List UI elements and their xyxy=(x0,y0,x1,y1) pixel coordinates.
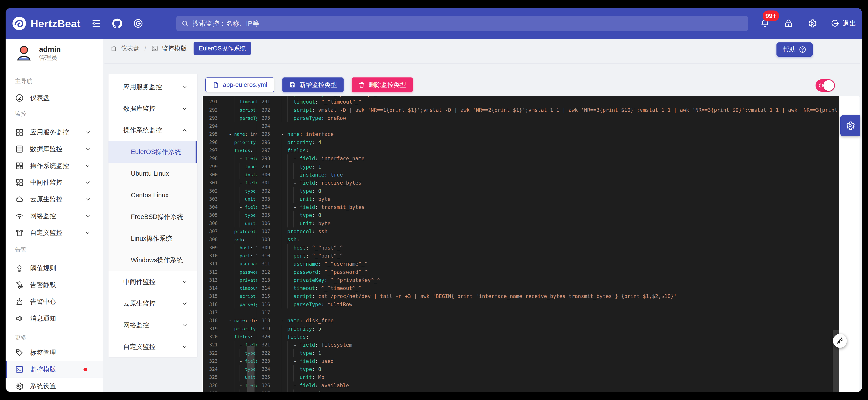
search-input[interactable] xyxy=(192,20,743,27)
tree-item-操作系统监控[interactable]: 操作系统监控 xyxy=(108,119,197,141)
chevdown-icon xyxy=(181,279,188,285)
tree-item-云原生监控[interactable]: 云原生监控 xyxy=(108,293,197,314)
code-line[interactable]: 304 - field: transmit_bytes304 - field: … xyxy=(203,203,839,211)
help-button[interactable]: 帮助 xyxy=(776,42,813,57)
sidebar-item-云原生监控[interactable]: 云原生监控 xyxy=(6,191,103,208)
main-content: 仪表盘 / 监控模版 EulerOS操作系统 帮助 应用服务监控数据库监控操作系… xyxy=(103,39,862,392)
tree-item-自定义监控[interactable]: 自定义监控 xyxy=(108,336,197,358)
code-line[interactable]: 294294 xyxy=(203,122,839,130)
tree-item-Centos Linux[interactable]: Centos Linux xyxy=(108,184,197,206)
code-line[interactable]: 302 type: 0302 type: 0 xyxy=(203,187,839,195)
logout-button[interactable]: 退出 xyxy=(831,19,857,28)
sidebar-item-仪表盘[interactable]: 仪表盘 xyxy=(6,90,103,106)
theme-setting-flyout-button[interactable] xyxy=(840,115,860,136)
hertzbeat-logo[interactable]: HertzBeat xyxy=(12,16,81,31)
code-line[interactable]: 301 - field: receive_bytes301 - field: r… xyxy=(203,179,839,187)
sidebar-item-数据库监控[interactable]: 数据库监控 xyxy=(6,141,103,157)
code-line[interactable]: 319 priority: 5319 priority: 5 xyxy=(203,325,839,333)
tree-item-FreeBSD操作系统[interactable]: FreeBSD操作系统 xyxy=(108,206,197,228)
gitee-icon[interactable] xyxy=(133,18,144,29)
code-line[interactable]: 295- name: interface295- name: interface xyxy=(203,130,839,138)
code-line[interactable]: 299 type: 1299 type: 1 xyxy=(203,163,839,171)
code-line[interactable]: 323 - field: used323 - field: used xyxy=(203,357,839,365)
yaml-diff-editor[interactable]: 290 privateKey: ^_^privateKey^_^290 priv… xyxy=(203,96,839,392)
left-line-number: 314 xyxy=(203,284,224,292)
sidebar-item-网络监控[interactable]: 网络监控 xyxy=(6,208,103,224)
code-line[interactable]: 327 type: 0327 type: 0 xyxy=(203,390,839,392)
breadcrumb-section[interactable]: 监控模版 xyxy=(162,44,187,53)
sidebar-item-监控模版[interactable]: 监控模版 xyxy=(6,361,103,378)
left-line-number: 325 xyxy=(203,373,224,381)
code-line[interactable]: 306 unit: byte306 unit: byte xyxy=(203,219,839,227)
code-line[interactable]: 313 privateKey: ^_^privateKey^_^313 priv… xyxy=(203,276,839,284)
sidebar-item-消息通知[interactable]: 消息通知 xyxy=(6,310,103,327)
code-line[interactable]: 309 host: ^_^host^_^309 host: ^_^host^_^ xyxy=(203,244,839,252)
tree-item-label: 应用服务监控 xyxy=(123,83,162,92)
sidebar-item-应用服务监控[interactable]: 应用服务监控 xyxy=(6,124,103,141)
code-line[interactable]: 317317 xyxy=(203,308,839,316)
add-monitor-type-button[interactable]: 新增监控类型 xyxy=(282,78,344,92)
delete-monitor-type-button[interactable]: 删除监控类型 xyxy=(352,78,413,92)
original-pane-line: type: 1 xyxy=(224,163,257,171)
sidebar-item-告警中心[interactable]: 告警中心 xyxy=(6,293,103,310)
header-divider xyxy=(104,63,860,64)
yml-file-button[interactable]: app-euleros.yml xyxy=(206,78,274,92)
breadcrumb-home[interactable]: 仪表盘 xyxy=(121,44,140,53)
chevup-icon xyxy=(181,127,188,134)
code-line[interactable]: 315 script: cat /proc/net/dev | tail -n … xyxy=(203,292,839,300)
code-line[interactable]: 324 type: 0324 type: 0 xyxy=(203,365,839,373)
sidebar-item-系统设置[interactable]: 系统设置 xyxy=(6,378,103,392)
sidebar-item-阈值规则[interactable]: 阈值规则 xyxy=(6,260,103,277)
code-line[interactable]: 322 type: 1322 type: 1 xyxy=(203,349,839,357)
format-wand-button[interactable] xyxy=(833,334,847,348)
code-line[interactable]: 293 parseType: oneRow293 parseType: oneR… xyxy=(203,114,839,122)
code-line[interactable]: 305 type: 0305 type: 0 xyxy=(203,211,839,219)
code-line[interactable]: 325 unit: Mb325 unit: Mb xyxy=(203,373,839,381)
code-line[interactable]: 321 - field: filesystem321 - field: file… xyxy=(203,341,839,349)
code-line[interactable]: 290 privateKey: ^_^privateKey^_^290 priv… xyxy=(203,96,839,98)
tree-item-网络监控[interactable]: 网络监控 xyxy=(108,314,197,336)
template-enable-toggle[interactable] xyxy=(815,79,835,92)
tree-item-中间件监控[interactable]: 中间件监控 xyxy=(108,271,197,293)
code-line[interactable]: 303 unit: byte303 unit: byte xyxy=(203,195,839,203)
code-line[interactable]: 298 - field: interface_name298 - field: … xyxy=(203,154,839,162)
github-icon[interactable] xyxy=(112,18,123,29)
code-line[interactable]: 310 port: ^_^port^_^310 port: ^_^port^_^ xyxy=(203,252,839,260)
diff-editor-sash[interactable] xyxy=(257,96,257,392)
code-line[interactable]: 307 protocol: ssh307 protocol: ssh xyxy=(203,227,839,236)
code-line[interactable]: 326 - field: available326 - field: avail… xyxy=(203,381,839,390)
tree-item-数据库监控[interactable]: 数据库监控 xyxy=(108,98,197,119)
code-line[interactable]: 318- name: disk_free318- name: disk_free xyxy=(203,316,839,325)
notifications-button[interactable]: 99+ xyxy=(760,18,770,29)
code-line[interactable]: 300 instance: true300 instance: true xyxy=(203,171,839,179)
tree-item-应用服务监控[interactable]: 应用服务监控 xyxy=(108,76,197,98)
settings-gear-icon[interactable] xyxy=(807,18,817,29)
code-line[interactable]: 320 fields:320 fields: xyxy=(203,333,839,341)
sidebar-item-标签管理[interactable]: 标签管理 xyxy=(6,344,103,361)
code-line[interactable]: 316 parseType: multiRow316 parseType: mu… xyxy=(203,301,839,308)
user-block[interactable]: admin 管理员 xyxy=(14,43,103,64)
lock-icon[interactable] xyxy=(783,18,794,29)
tree-item-Linux操作系统[interactable]: Linux操作系统 xyxy=(108,228,197,249)
left-pane-scrollbar[interactable] xyxy=(247,346,254,392)
code-line[interactable]: 291 timeout: ^_^timeout^_^291 timeout: ^… xyxy=(203,98,839,106)
code-line-text: host: ^_^host^_^ xyxy=(281,244,839,252)
menu-fold-icon[interactable] xyxy=(91,18,101,29)
sidebar-item-告警静默[interactable]: 告警静默 xyxy=(6,277,103,293)
code-line[interactable]: 297 fields:297 fields: xyxy=(203,147,839,154)
sidebar-item-自定义监控[interactable]: 自定义监控 xyxy=(6,224,103,241)
code-line[interactable]: 314 timeout: ^_^timeout^_^314 timeout: ^… xyxy=(203,284,839,292)
right-line-number: 293 xyxy=(257,114,276,122)
code-line[interactable]: 292 script: vmstat -D | awk 'NR==1{print… xyxy=(203,106,839,114)
cloud-icon xyxy=(15,195,24,204)
tree-item-EulerOS操作系统[interactable]: EulerOS操作系统 xyxy=(108,141,197,163)
sidebar-item-操作系统监控[interactable]: 操作系统监控 xyxy=(6,157,103,174)
tree-item-Ubuntu Linux[interactable]: Ubuntu Linux xyxy=(108,163,197,184)
tree-item-Windows操作系统[interactable]: Windows操作系统 xyxy=(108,249,197,271)
code-line[interactable]: 311 username: ^_^username^_^311 username… xyxy=(203,260,839,268)
code-line[interactable]: 296 priority: 4296 priority: 4 xyxy=(203,139,839,147)
code-line-text: unit: byte xyxy=(281,219,839,227)
code-line[interactable]: 312 password: ^_^password^_^312 password… xyxy=(203,268,839,276)
code-line[interactable]: 308 ssh:308 ssh: xyxy=(203,236,839,244)
sidebar-item-中间件监控[interactable]: 中间件监控 xyxy=(6,174,103,191)
